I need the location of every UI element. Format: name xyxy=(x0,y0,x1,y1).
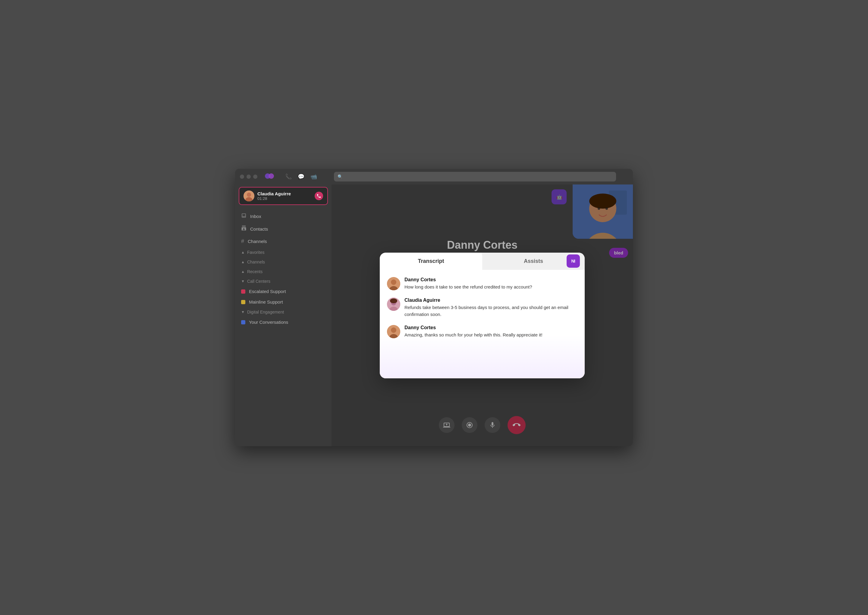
active-call-name: Claudia Aguirre xyxy=(257,191,312,196)
sidebar-item-inbox[interactable]: Inbox xyxy=(235,210,332,223)
sidebar-item-channels[interactable]: # Channels xyxy=(235,235,332,248)
title-bar: 📞 💬 📹 🔍 xyxy=(235,169,633,184)
message-3-sender: Danny Cortes xyxy=(404,325,577,331)
favorites-chevron-icon: ▲ xyxy=(241,250,245,254)
contacts-label: Contacts xyxy=(250,226,268,231)
digital-engagement-chevron-icon: ▼ xyxy=(241,310,245,314)
close-control[interactable] xyxy=(240,175,244,179)
message-2-content: Claudia Aguirre Refunds take between 3-5… xyxy=(404,298,577,318)
conversations-dot xyxy=(241,320,245,325)
window-controls xyxy=(240,175,257,179)
sidebar: Claudia Aguirre 01:28 Inbox xyxy=(235,184,332,446)
svg-point-3 xyxy=(247,193,251,197)
call-centers-label: Call Centers xyxy=(247,279,270,284)
modal-ai-label: NI xyxy=(572,259,575,264)
message-3-text: Amazing, thanks so much for your help wi… xyxy=(404,332,577,339)
active-call-info: Claudia Aguirre 01:28 xyxy=(257,191,312,201)
digital-engagement-header[interactable]: ▼ Digital Engagement xyxy=(235,307,332,317)
sidebar-item-contacts[interactable]: Contacts xyxy=(235,223,332,235)
svg-point-21 xyxy=(390,298,397,303)
modal-body: Danny Cortes How long does it take to se… xyxy=(380,270,585,378)
svg-point-23 xyxy=(391,328,396,333)
tab-transcript[interactable]: Transcript xyxy=(380,253,482,270)
transcript-modal-overlay[interactable]: Transcript Assists NI xyxy=(332,184,633,446)
recents-header[interactable]: ▲ Recents xyxy=(235,267,332,276)
message-2-text: Refunds take between 3-5 business days t… xyxy=(404,304,577,318)
right-panel: 🤖 bled Danny Cortes 555-567-5309 01:28 xyxy=(332,184,633,446)
sidebar-item-escalated-support[interactable]: Escalated Support xyxy=(235,286,332,297)
search-bar[interactable]: 🔍 xyxy=(334,172,616,181)
mainline-support-dot xyxy=(241,300,245,304)
channels-section-header[interactable]: ▲ Channels xyxy=(235,257,332,267)
minimize-control[interactable] xyxy=(246,175,251,179)
sidebar-nav: Inbox Contacts # Channels ▲ Favorites xyxy=(235,208,332,330)
channels-label: Channels xyxy=(248,239,267,244)
digital-engagement-label: Digital Engagement xyxy=(247,310,284,314)
svg-point-1 xyxy=(268,173,274,179)
transcript-modal: Transcript Assists NI xyxy=(380,253,585,378)
favorites-label: Favorites xyxy=(247,250,265,255)
message-1-content: Danny Cortes How long does it take to se… xyxy=(404,277,577,290)
mainline-support-label: Mainline Support xyxy=(249,300,283,304)
message-1-avatar xyxy=(387,277,400,290)
main-content: Claudia Aguirre 01:28 Inbox xyxy=(235,184,633,446)
svg-point-16 xyxy=(391,279,396,285)
message-2: Claudia Aguirre Refunds take between 3-5… xyxy=(387,298,577,318)
modal-ai-icon[interactable]: NI xyxy=(567,254,580,268)
call-centers-header[interactable]: ▼ Call Centers xyxy=(235,276,332,286)
sidebar-item-mainline-support[interactable]: Mainline Support xyxy=(235,297,332,307)
message-1-text: How long does it take to see the refund … xyxy=(404,284,577,290)
hash-icon: # xyxy=(241,238,244,245)
title-bar-icons: 📞 💬 📹 xyxy=(285,173,317,180)
message-2-avatar xyxy=(387,298,400,311)
message-3: Danny Cortes Amazing, thanks so much for… xyxy=(387,325,577,339)
favorites-header[interactable]: ▲ Favorites xyxy=(235,248,332,257)
message-1: Danny Cortes How long does it take to se… xyxy=(387,277,577,290)
channels-chevron-icon: ▲ xyxy=(241,260,245,264)
modal-tabs: Transcript Assists NI xyxy=(380,253,585,270)
recents-chevron-icon: ▲ xyxy=(241,270,245,274)
video-icon[interactable]: 📹 xyxy=(310,173,317,180)
active-call-item[interactable]: Claudia Aguirre 01:28 xyxy=(239,187,328,205)
recents-label: Recents xyxy=(247,269,262,274)
sidebar-item-your-conversations[interactable]: Your Conversations xyxy=(235,317,332,328)
maximize-control[interactable] xyxy=(253,175,257,179)
call-centers-chevron-icon: ▼ xyxy=(241,279,245,283)
active-call-avatar xyxy=(243,190,254,201)
escalated-support-dot xyxy=(241,289,245,293)
inbox-label: Inbox xyxy=(250,214,261,219)
phone-icon[interactable]: 📞 xyxy=(285,173,292,180)
search-icon: 🔍 xyxy=(338,174,343,179)
call-end-button[interactable] xyxy=(315,192,323,200)
your-conversations-label: Your Conversations xyxy=(249,320,288,325)
channels-section-label: Channels xyxy=(247,259,265,264)
escalated-support-label: Escalated Support xyxy=(249,289,286,294)
active-call-time: 01:28 xyxy=(257,196,312,201)
app-logo xyxy=(265,172,274,181)
chat-icon[interactable]: 💬 xyxy=(298,173,304,180)
inbox-icon xyxy=(241,213,246,220)
message-1-sender: Danny Cortes xyxy=(404,277,577,283)
message-3-content: Danny Cortes Amazing, thanks so much for… xyxy=(404,325,577,339)
app-window: 📞 💬 📹 🔍 Claudia Aguirre xyxy=(235,169,633,446)
message-3-avatar xyxy=(387,325,400,338)
message-2-sender: Claudia Aguirre xyxy=(404,298,577,303)
contacts-icon xyxy=(241,225,246,232)
